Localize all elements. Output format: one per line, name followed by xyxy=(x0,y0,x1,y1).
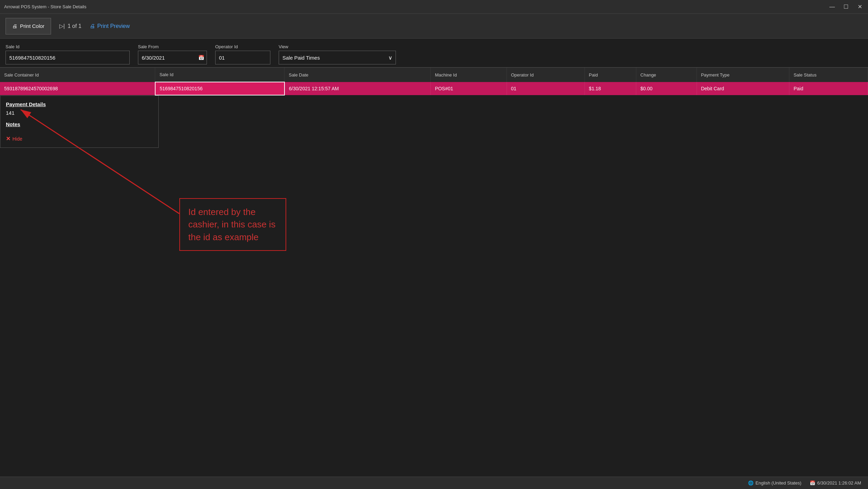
hide-label: Hide xyxy=(12,136,22,142)
sale-from-group: Sale From 📅 xyxy=(138,44,207,64)
maximize-button[interactable]: ☐ xyxy=(842,3,850,10)
table-body: 59318789624570002698 5169847510820156 6/… xyxy=(0,82,868,95)
language-status: 🌐 English (United States) xyxy=(748,480,801,486)
view-label: View xyxy=(279,44,396,49)
view-select[interactable]: Sale Paid Times Sale Details All Sales xyxy=(279,51,396,64)
status-bar: 🌐 English (United States) 📅 6/30/2021 1:… xyxy=(0,477,868,489)
operator-id-input[interactable] xyxy=(215,51,270,64)
annotation-text: Id entered by the cashier, in this case … xyxy=(188,207,276,242)
col-sale-status: Sale Status xyxy=(789,68,868,82)
sale-from-input[interactable] xyxy=(138,51,207,64)
col-payment-type: Payment Type xyxy=(697,68,789,82)
view-select-wrapper: Sale Paid Times Sale Details All Sales ∨ xyxy=(279,51,396,64)
col-operator-id: Operator Id xyxy=(507,68,585,82)
cell-machine-id: POS#01 xyxy=(431,82,507,95)
sale-id-group: Sale Id xyxy=(6,44,130,64)
title-bar: Arrowat POS System - Store Sale Details … xyxy=(0,0,868,14)
col-change: Change xyxy=(636,68,697,82)
print-preview-label: Print Preview xyxy=(97,23,130,29)
cell-sale-id: 5169847510820156 xyxy=(155,82,285,95)
window-controls: — ☐ ✕ xyxy=(828,3,864,10)
sale-id-label: Sale Id xyxy=(6,44,130,49)
page-count: 1 of 1 xyxy=(68,23,81,29)
calendar-icon: 📅 xyxy=(198,55,204,60)
cell-payment-type: Debit Card xyxy=(697,82,789,95)
table-row[interactable]: 59318789624570002698 5169847510820156 6/… xyxy=(0,82,868,95)
view-group: View Sale Paid Times Sale Details All Sa… xyxy=(279,44,396,64)
details-panel: Payment Details 141 Notes ✕ Hide xyxy=(0,95,159,148)
printer-icon: 🖨 xyxy=(12,23,17,29)
payment-details-value: 141 xyxy=(6,110,153,116)
close-button[interactable]: ✕ xyxy=(856,3,864,10)
form-area: Sale Id Sale From 📅 Operator Id View Sal… xyxy=(0,39,868,67)
print-preview-icon: 🖨 xyxy=(90,23,95,29)
language-label: English (United States) xyxy=(756,480,801,486)
sale-from-wrapper: 📅 xyxy=(138,51,207,64)
operator-id-group: Operator Id xyxy=(215,44,270,64)
nav-icon: ▷| xyxy=(59,23,65,29)
language-icon: 🌐 xyxy=(748,480,754,486)
close-icon: ✕ xyxy=(6,135,10,142)
sale-from-label: Sale From xyxy=(138,44,207,49)
notes-title: Notes xyxy=(6,121,153,127)
cell-paid: $1.18 xyxy=(585,82,636,95)
payment-details-title: Payment Details xyxy=(6,101,153,107)
cell-sale-container-id: 59318789624570002698 xyxy=(0,82,155,95)
sales-table: Sale Container Id Sale Id Sale Date Mach… xyxy=(0,68,868,95)
window-title: Arrowat POS System - Store Sale Details xyxy=(4,4,86,9)
annotation-box: Id entered by the cashier, in this case … xyxy=(179,198,286,251)
toolbar: 🖨 Print Color ▷| 1 of 1 🖨 Print Preview xyxy=(0,14,868,39)
datetime-label: 6/30/2021 1:26:02 AM xyxy=(817,480,861,486)
print-color-button[interactable]: 🖨 Print Color xyxy=(6,18,51,34)
col-sale-id: Sale Id xyxy=(155,68,285,82)
hide-button[interactable]: ✕ Hide xyxy=(6,135,22,142)
calendar-status-icon: 📅 xyxy=(810,480,815,486)
cell-sale-date: 6/30/2021 12:15:57 AM xyxy=(285,82,431,95)
print-preview-link[interactable]: 🖨 Print Preview xyxy=(90,23,130,29)
header-row: Sale Container Id Sale Id Sale Date Mach… xyxy=(0,68,868,82)
col-paid: Paid xyxy=(585,68,636,82)
table-container: Sale Container Id Sale Id Sale Date Mach… xyxy=(0,67,868,95)
col-sale-container-id: Sale Container Id xyxy=(0,68,155,82)
print-color-label: Print Color xyxy=(20,23,44,29)
table-header: Sale Container Id Sale Id Sale Date Mach… xyxy=(0,68,868,82)
datetime-status: 📅 6/30/2021 1:26:02 AM xyxy=(810,480,861,486)
operator-id-label: Operator Id xyxy=(215,44,270,49)
cell-change: $0.00 xyxy=(636,82,697,95)
cell-sale-status: Paid xyxy=(789,82,868,95)
col-sale-date: Sale Date xyxy=(285,68,431,82)
col-machine-id: Machine Id xyxy=(431,68,507,82)
minimize-button[interactable]: — xyxy=(828,3,836,10)
cell-operator-id: 01 xyxy=(507,82,585,95)
page-navigation: ▷| 1 of 1 xyxy=(59,23,81,29)
sale-id-input[interactable] xyxy=(6,51,130,64)
